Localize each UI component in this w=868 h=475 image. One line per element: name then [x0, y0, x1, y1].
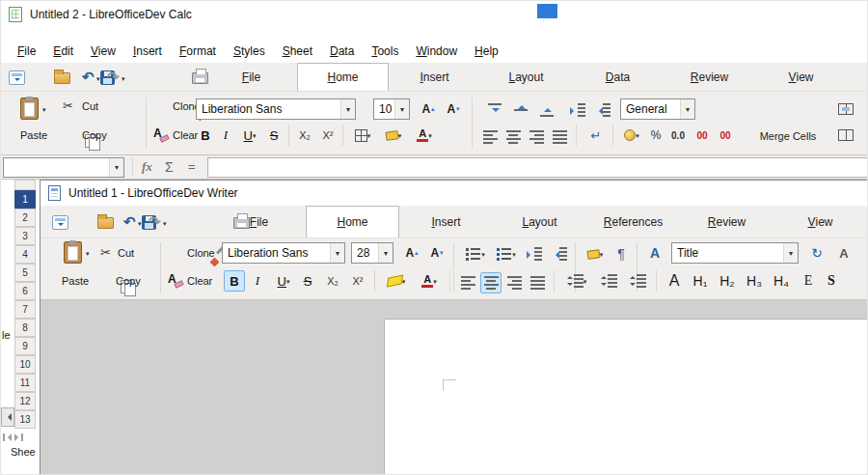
delete-decimal-place-button[interactable]: 00	[715, 125, 736, 146]
row-header-5[interactable]: 5	[14, 264, 36, 282]
menu-insert[interactable]: Insert	[124, 42, 171, 61]
calc-tab-file[interactable]: File	[205, 63, 297, 91]
grow-font-button[interactable]: A▴	[418, 98, 439, 120]
clear-button[interactable]: Clear	[173, 129, 198, 141]
center-vertically-button[interactable]	[509, 99, 532, 121]
character-style-button[interactable]: A	[644, 242, 665, 264]
writer-tab-insert[interactable]: Insert	[399, 206, 493, 238]
align-left-button[interactable]	[457, 272, 478, 293]
paragraph-style-combo[interactable]: Title ▾	[671, 242, 799, 264]
align-bottom-button[interactable]	[535, 99, 558, 121]
copy-button[interactable]: Copy	[116, 275, 141, 287]
menu-styles[interactable]: Styles	[225, 42, 274, 61]
line-spacing-button[interactable]: ▾	[561, 270, 592, 292]
writer-page[interactable]	[384, 319, 868, 475]
writer-document-area[interactable]	[41, 300, 868, 475]
heading3-style-button[interactable]: H₃	[743, 270, 766, 292]
row-header-11[interactable]: 11	[14, 374, 36, 392]
number-format-dropdown-icon[interactable]: ▾	[680, 99, 694, 119]
redo-icon[interactable]: ↷	[107, 70, 120, 84]
paste-button[interactable]: Paste	[11, 129, 57, 141]
borders-button[interactable]: ▾	[348, 125, 377, 146]
name-box[interactable]: ▾	[3, 157, 124, 178]
background-color-button[interactable]: ▾	[379, 125, 408, 146]
font-size-dropdown-icon[interactable]: ▾	[394, 99, 409, 119]
menu-sheet[interactable]: Sheet	[274, 42, 321, 61]
writer-tab-layout[interactable]: Layout	[493, 206, 586, 238]
bold-button[interactable]: B	[224, 270, 245, 292]
heading1-style-button[interactable]: H₁	[689, 270, 712, 292]
row-header-8[interactable]: 8	[14, 319, 36, 337]
menu-view[interactable]: View	[82, 42, 124, 61]
calc-tab-review[interactable]: Review	[664, 63, 755, 91]
font-color-button[interactable]: A▾	[410, 125, 439, 146]
font-color-button[interactable]: A▾	[415, 270, 444, 292]
heading4-style-button[interactable]: H₄	[770, 270, 793, 292]
sheet-tab[interactable]: Shee	[11, 446, 36, 458]
clone-button[interactable]: Clone	[187, 247, 215, 259]
open-file-icon[interactable]	[54, 72, 70, 84]
function-wizard-icon[interactable]: fx	[142, 159, 152, 175]
row-header-10[interactable]: 10	[14, 355, 36, 374]
menu-window[interactable]: Window	[407, 42, 466, 61]
paste-button[interactable]: Paste	[54, 275, 96, 287]
clear-formatting-icon[interactable]: A	[153, 127, 169, 141]
wrap-text-button[interactable]: ↵	[583, 125, 609, 146]
sheet-corner-cell[interactable]	[14, 180, 36, 190]
highlight-color-button[interactable]: ▾	[382, 270, 411, 292]
decrease-indent-button[interactable]	[591, 99, 614, 121]
font-name-combo[interactable]: Liberation Sans ▾	[196, 98, 356, 120]
shrink-font-button[interactable]: A▾	[443, 98, 464, 120]
font-name-combo[interactable]: Liberation Sans ▾	[222, 242, 345, 264]
previous-sheet-icon[interactable]	[8, 433, 12, 441]
italic-button[interactable]: I	[249, 270, 266, 292]
row-header-1[interactable]: 1	[14, 190, 36, 209]
strikethrough-button[interactable]: S	[265, 125, 283, 146]
shrink-font-button[interactable]: A▾	[426, 242, 448, 264]
row-header-2[interactable]: 2	[14, 209, 36, 227]
strikethrough-button[interactable]: S	[299, 270, 316, 292]
increase-paragraph-spacing-button[interactable]	[596, 270, 621, 292]
decrease-paragraph-spacing-button[interactable]	[625, 270, 650, 292]
cut-button[interactable]: Cut	[82, 100, 98, 112]
add-decimal-place-button[interactable]: 00	[692, 125, 713, 146]
row-header-13[interactable]: 13	[14, 410, 36, 429]
font-name-dropdown-icon[interactable]: ▾	[340, 99, 355, 119]
menubar-toggle-icon[interactable]	[9, 70, 25, 85]
paragraph-style-dropdown-icon[interactable]: ▾	[783, 243, 798, 263]
paste-dropdown-icon[interactable]: ▾	[42, 106, 46, 113]
redo-dropdown-icon[interactable]: ▾	[163, 220, 167, 227]
numbered-list-button[interactable]: ▾	[492, 243, 521, 265]
default-style-button[interactable]: A	[664, 270, 685, 292]
merge-cells-button[interactable]	[832, 125, 859, 146]
menu-data[interactable]: Data	[321, 42, 363, 61]
align-top-button[interactable]	[483, 99, 506, 121]
writer-titlebar[interactable]: Untitled 1 - LibreOfficeDev Writer	[41, 181, 868, 206]
calc-tab-home[interactable]: Home	[297, 63, 389, 91]
row-header-12[interactable]: 12	[14, 392, 36, 410]
subscript-button[interactable]: X₂	[294, 125, 315, 146]
font-size-dropdown-icon[interactable]: ▾	[378, 243, 393, 263]
row-header-4[interactable]: 4	[14, 245, 36, 264]
menu-help[interactable]: Help	[466, 42, 507, 61]
row-header-6[interactable]: 6	[14, 282, 36, 300]
underline-button[interactable]: U▾	[236, 125, 263, 146]
calc-titlebar[interactable]: Untitled 2 - LibreOfficeDev Calc	[1, 1, 867, 28]
redo-icon[interactable]: ↷	[149, 214, 161, 229]
align-center-button[interactable]	[480, 272, 502, 293]
underline-button[interactable]: U▾	[270, 270, 297, 292]
calc-tab-data[interactable]: Data	[572, 63, 664, 91]
grow-font-button[interactable]: A▴	[401, 242, 422, 264]
menu-edit[interactable]: Edit	[44, 42, 82, 61]
strong-style-button[interactable]: S	[822, 270, 841, 292]
update-style-button[interactable]: ↻	[806, 242, 827, 264]
cut-icon[interactable]: ✂	[63, 99, 73, 112]
menu-format[interactable]: Format	[171, 42, 225, 61]
background-color-button[interactable]: ▾	[581, 243, 610, 265]
increase-indent-button[interactable]	[566, 99, 589, 121]
menubar-toggle-icon[interactable]	[52, 215, 68, 230]
bold-button[interactable]: B	[196, 125, 215, 146]
copy-button[interactable]: Copy	[82, 129, 107, 141]
name-box-dropdown-icon[interactable]: ▾	[109, 158, 123, 177]
calc-tab-insert[interactable]: Insert	[389, 63, 480, 91]
